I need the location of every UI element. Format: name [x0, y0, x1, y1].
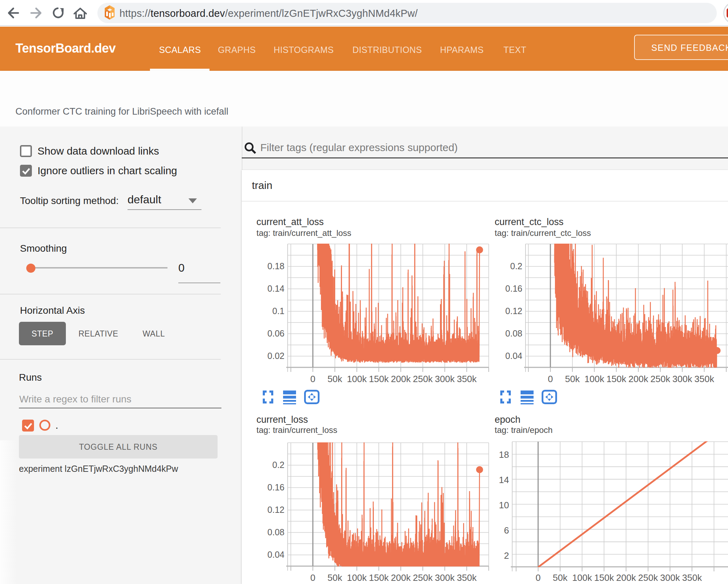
- svg-text:0: 0: [310, 572, 315, 583]
- svg-text:150k: 150k: [369, 374, 389, 384]
- svg-text:100k: 100k: [347, 374, 367, 384]
- svg-text:250k: 250k: [413, 572, 433, 583]
- svg-text:250k: 250k: [651, 374, 671, 384]
- svg-text:350k: 350k: [457, 374, 477, 384]
- svg-text:100k: 100k: [347, 572, 367, 583]
- svg-text:150k: 150k: [369, 572, 389, 583]
- svg-text:0.16: 0.16: [267, 482, 284, 492]
- svg-text:150k: 150k: [606, 374, 626, 384]
- svg-text:14: 14: [499, 475, 509, 485]
- svg-text:0: 0: [548, 374, 553, 384]
- svg-text:50k: 50k: [553, 572, 568, 583]
- svg-text:0.2: 0.2: [510, 261, 522, 271]
- svg-text:150k: 150k: [594, 572, 614, 583]
- svg-text:2: 2: [504, 550, 509, 561]
- svg-text:0.2: 0.2: [272, 460, 284, 470]
- svg-text:300k: 300k: [660, 572, 680, 583]
- svg-text:0.08: 0.08: [267, 527, 284, 537]
- svg-text:0: 0: [310, 374, 315, 384]
- svg-text:350k: 350k: [682, 572, 702, 583]
- svg-text:300k: 300k: [672, 374, 692, 384]
- svg-text:200k: 200k: [391, 374, 411, 384]
- svg-text:10: 10: [499, 500, 509, 510]
- svg-text:350k: 350k: [694, 374, 714, 384]
- svg-text:0.06: 0.06: [267, 328, 284, 338]
- svg-text:6: 6: [504, 525, 509, 536]
- svg-text:50k: 50k: [328, 572, 343, 583]
- svg-text:250k: 250k: [413, 374, 433, 384]
- svg-text:200k: 200k: [629, 374, 648, 384]
- svg-text:200k: 200k: [616, 572, 636, 583]
- svg-text:18: 18: [499, 449, 509, 460]
- svg-text:300k: 300k: [435, 374, 455, 384]
- svg-text:0.04: 0.04: [267, 550, 284, 559]
- svg-text:0: 0: [536, 572, 541, 583]
- svg-text:250k: 250k: [638, 572, 658, 583]
- svg-text:0.12: 0.12: [267, 505, 284, 515]
- svg-text:100k: 100k: [572, 572, 592, 583]
- svg-text:300k: 300k: [435, 572, 455, 583]
- svg-text:50k: 50k: [328, 374, 343, 384]
- svg-text:0.14: 0.14: [267, 284, 284, 293]
- svg-text:0.1: 0.1: [272, 306, 284, 316]
- svg-text:0.04: 0.04: [505, 351, 522, 361]
- svg-text:0.12: 0.12: [505, 306, 522, 316]
- svg-text:0.16: 0.16: [505, 284, 522, 293]
- svg-text:200k: 200k: [391, 572, 411, 583]
- svg-text:50k: 50k: [565, 374, 580, 384]
- svg-text:0.02: 0.02: [267, 351, 284, 361]
- svg-text:0.18: 0.18: [267, 261, 284, 271]
- svg-text:0.08: 0.08: [505, 328, 522, 338]
- svg-text:350k: 350k: [457, 572, 477, 583]
- svg-text:100k: 100k: [584, 374, 604, 384]
